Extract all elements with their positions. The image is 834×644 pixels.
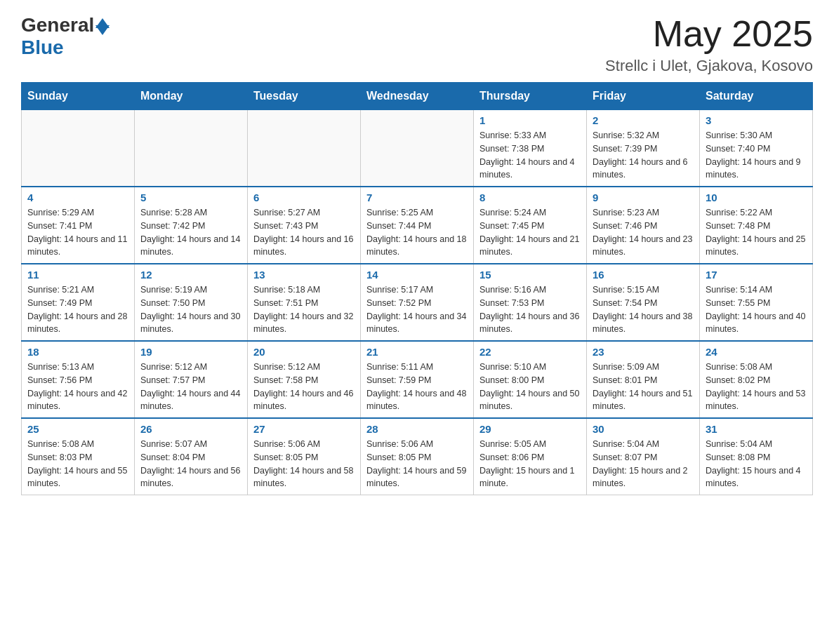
calendar-cell: 26Sunrise: 5:07 AM Sunset: 8:04 PM Dayli… [135,418,248,495]
location-title: Strellc i Ulet, Gjakova, Kosovo [605,57,813,75]
day-info: Sunrise: 5:23 AM Sunset: 7:46 PM Dayligh… [593,206,694,259]
calendar-header-row: SundayMondayTuesdayWednesdayThursdayFrid… [22,83,813,110]
calendar-cell: 8Sunrise: 5:24 AM Sunset: 7:45 PM Daylig… [474,187,587,264]
calendar-cell: 1Sunrise: 5:33 AM Sunset: 7:38 PM Daylig… [474,110,587,187]
calendar-header-thursday: Thursday [474,83,587,110]
calendar-cell: 14Sunrise: 5:17 AM Sunset: 7:52 PM Dayli… [361,264,474,341]
logo-general-text: General [21,14,94,36]
calendar-cell: 4Sunrise: 5:29 AM Sunset: 7:41 PM Daylig… [22,187,135,264]
day-info: Sunrise: 5:12 AM Sunset: 7:58 PM Dayligh… [253,361,355,413]
day-number: 18 [27,346,128,358]
calendar-cell: 12Sunrise: 5:19 AM Sunset: 7:50 PM Dayli… [135,264,248,341]
day-info: Sunrise: 5:07 AM Sunset: 8:04 PM Dayligh… [140,438,241,490]
day-info: Sunrise: 5:08 AM Sunset: 8:03 PM Dayligh… [27,438,128,490]
calendar-cell [248,110,361,187]
day-number: 14 [366,269,468,281]
day-info: Sunrise: 5:10 AM Sunset: 8:00 PM Dayligh… [479,361,581,413]
calendar-cell: 15Sunrise: 5:16 AM Sunset: 7:53 PM Dayli… [474,264,587,341]
day-info: Sunrise: 5:13 AM Sunset: 7:56 PM Dayligh… [27,361,128,413]
day-info: Sunrise: 5:08 AM Sunset: 8:02 PM Dayligh… [706,361,807,413]
day-number: 20 [253,346,355,358]
calendar-cell: 17Sunrise: 5:14 AM Sunset: 7:55 PM Dayli… [700,264,813,341]
day-info: Sunrise: 5:21 AM Sunset: 7:49 PM Dayligh… [27,283,128,336]
calendar-header-monday: Monday [135,83,248,110]
calendar-cell: 9Sunrise: 5:23 AM Sunset: 7:46 PM Daylig… [587,187,700,264]
calendar-cell [135,110,248,187]
calendar-week-row: 4Sunrise: 5:29 AM Sunset: 7:41 PM Daylig… [22,187,813,264]
day-number: 7 [366,192,468,203]
day-number: 26 [140,423,241,435]
calendar-cell [361,110,474,187]
calendar-cell: 30Sunrise: 5:04 AM Sunset: 8:07 PM Dayli… [587,418,700,495]
calendar-cell: 21Sunrise: 5:11 AM Sunset: 7:59 PM Dayli… [361,341,474,418]
logo-blue-text: Blue [21,36,64,59]
calendar-cell: 27Sunrise: 5:06 AM Sunset: 8:05 PM Dayli… [248,418,361,495]
calendar-week-row: 25Sunrise: 5:08 AM Sunset: 8:03 PM Dayli… [22,418,813,495]
calendar-cell: 24Sunrise: 5:08 AM Sunset: 8:02 PM Dayli… [700,341,813,418]
calendar-cell [22,110,135,187]
calendar-week-row: 11Sunrise: 5:21 AM Sunset: 7:49 PM Dayli… [22,264,813,341]
day-number: 29 [479,423,581,435]
day-number: 10 [706,192,807,203]
day-number: 28 [366,423,468,435]
day-number: 30 [593,423,694,435]
calendar-header-friday: Friday [587,83,700,110]
day-number: 2 [593,114,694,126]
month-title: May 2025 [605,14,813,54]
header-right: May 2025 Strellc i Ulet, Gjakova, Kosovo [605,14,813,75]
day-number: 15 [479,269,581,281]
day-info: Sunrise: 5:28 AM Sunset: 7:42 PM Dayligh… [140,206,241,259]
day-info: Sunrise: 5:09 AM Sunset: 8:01 PM Dayligh… [593,361,694,413]
calendar-cell: 16Sunrise: 5:15 AM Sunset: 7:54 PM Dayli… [587,264,700,341]
day-info: Sunrise: 5:12 AM Sunset: 7:57 PM Dayligh… [140,361,241,413]
calendar-cell: 18Sunrise: 5:13 AM Sunset: 7:56 PM Dayli… [22,341,135,418]
calendar-cell: 3Sunrise: 5:30 AM Sunset: 7:40 PM Daylig… [700,110,813,187]
day-info: Sunrise: 5:06 AM Sunset: 8:05 PM Dayligh… [253,438,355,490]
calendar-header-sunday: Sunday [22,83,135,110]
day-number: 17 [706,269,807,281]
day-info: Sunrise: 5:29 AM Sunset: 7:41 PM Dayligh… [27,206,128,259]
calendar-header-saturday: Saturday [700,83,813,110]
day-info: Sunrise: 5:15 AM Sunset: 7:54 PM Dayligh… [593,283,694,336]
day-number: 6 [253,192,355,203]
calendar-table: SundayMondayTuesdayWednesdayThursdayFrid… [21,82,813,495]
day-info: Sunrise: 5:14 AM Sunset: 7:55 PM Dayligh… [706,283,807,336]
day-number: 24 [706,346,807,358]
day-info: Sunrise: 5:18 AM Sunset: 7:51 PM Dayligh… [253,283,355,336]
day-info: Sunrise: 5:33 AM Sunset: 7:38 PM Dayligh… [479,129,581,182]
day-info: Sunrise: 5:32 AM Sunset: 7:39 PM Dayligh… [593,129,694,182]
day-info: Sunrise: 5:19 AM Sunset: 7:50 PM Dayligh… [140,283,241,336]
page-header: General Blue May 2025 Strellc i Ulet, Gj… [21,14,813,75]
calendar-cell: 22Sunrise: 5:10 AM Sunset: 8:00 PM Dayli… [474,341,587,418]
logo: General Blue [21,14,110,59]
day-info: Sunrise: 5:25 AM Sunset: 7:44 PM Dayligh… [366,206,468,259]
day-number: 31 [706,423,807,435]
day-number: 4 [27,192,128,203]
day-number: 12 [140,269,241,281]
day-number: 5 [140,192,241,203]
day-number: 9 [593,192,694,203]
day-number: 22 [479,346,581,358]
calendar-week-row: 1Sunrise: 5:33 AM Sunset: 7:38 PM Daylig… [22,110,813,187]
day-info: Sunrise: 5:04 AM Sunset: 8:07 PM Dayligh… [593,438,694,490]
day-number: 27 [253,423,355,435]
day-number: 1 [479,114,581,126]
calendar-header-wednesday: Wednesday [361,83,474,110]
calendar-cell: 28Sunrise: 5:06 AM Sunset: 8:05 PM Dayli… [361,418,474,495]
calendar-cell: 13Sunrise: 5:18 AM Sunset: 7:51 PM Dayli… [248,264,361,341]
day-number: 23 [593,346,694,358]
day-number: 16 [593,269,694,281]
day-info: Sunrise: 5:30 AM Sunset: 7:40 PM Dayligh… [706,129,807,182]
day-number: 25 [27,423,128,435]
day-info: Sunrise: 5:24 AM Sunset: 7:45 PM Dayligh… [479,206,581,259]
calendar-header-tuesday: Tuesday [248,83,361,110]
calendar-cell: 7Sunrise: 5:25 AM Sunset: 7:44 PM Daylig… [361,187,474,264]
calendar-cell: 23Sunrise: 5:09 AM Sunset: 8:01 PM Dayli… [587,341,700,418]
calendar-cell: 29Sunrise: 5:05 AM Sunset: 8:06 PM Dayli… [474,418,587,495]
day-info: Sunrise: 5:27 AM Sunset: 7:43 PM Dayligh… [253,206,355,259]
day-info: Sunrise: 5:11 AM Sunset: 7:59 PM Dayligh… [366,361,468,413]
calendar-cell: 5Sunrise: 5:28 AM Sunset: 7:42 PM Daylig… [135,187,248,264]
calendar-week-row: 18Sunrise: 5:13 AM Sunset: 7:56 PM Dayli… [22,341,813,418]
day-number: 21 [366,346,468,358]
calendar-cell: 2Sunrise: 5:32 AM Sunset: 7:39 PM Daylig… [587,110,700,187]
